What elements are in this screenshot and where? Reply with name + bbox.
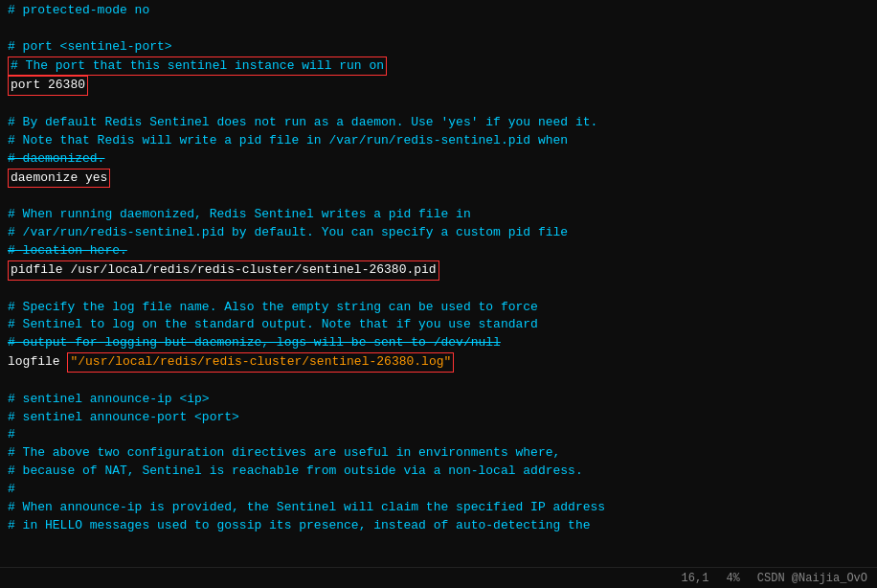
line-1: # protected-mode no bbox=[8, 2, 869, 20]
line-6 bbox=[8, 96, 869, 114]
line-25: # The above two configuration directives… bbox=[8, 444, 869, 463]
line-3: # port <sentinel-port> bbox=[8, 38, 869, 57]
cursor-position: 16,1 bbox=[682, 572, 709, 585]
line-9: # daemonized. bbox=[8, 150, 869, 169]
line-23: # sentinel announce-port <port> bbox=[8, 409, 869, 427]
status-right: 16,1 4% CSDN @Naijia_OvO bbox=[682, 572, 867, 585]
line-17: # Specify the log file name. Also the em… bbox=[8, 299, 869, 317]
line-5: port 26380 bbox=[8, 76, 869, 96]
line-10: daemonize yes bbox=[8, 169, 869, 189]
line-21 bbox=[8, 373, 869, 391]
line-16 bbox=[8, 281, 869, 299]
line-11 bbox=[8, 188, 869, 206]
branding: CSDN @Naijia_OvO bbox=[757, 572, 867, 585]
line-13: # /var/run/redis-sentinel.pid by default… bbox=[8, 224, 869, 242]
editor-area: # protected-mode no # port <sentinel-por… bbox=[0, 0, 877, 565]
line-18: # Sentinel to log on the standard output… bbox=[8, 316, 869, 334]
status-bar: 16,1 4% CSDN @Naijia_OvO bbox=[0, 567, 877, 588]
line-24: # bbox=[8, 426, 869, 444]
line-7: # By default Redis Sentinel does not run… bbox=[8, 114, 869, 132]
line-8: # Note that Redis will write a pid file … bbox=[8, 132, 869, 150]
highlight-pidfile: pidfile /usr/local/redis/redis-cluster/s… bbox=[8, 260, 439, 281]
line-12: # When running daemonized, Redis Sentine… bbox=[8, 206, 869, 224]
highlight-daemonize: daemonize yes bbox=[8, 169, 110, 189]
line-14: # location here. bbox=[8, 242, 869, 260]
line-19: # output for logging but daemonize, logs… bbox=[8, 334, 869, 352]
line-15: pidfile /usr/local/redis/redis-cluster/s… bbox=[8, 260, 869, 281]
line-28: # When announce-ip is provided, the Sent… bbox=[8, 499, 869, 517]
line-4: # The port that this sentinel instance w… bbox=[8, 57, 869, 77]
highlight-logfile: "/usr/local/redis/redis-cluster/sentinel… bbox=[67, 352, 454, 373]
line-29: # in HELLO messages used to gossip its p… bbox=[8, 517, 869, 535]
scroll-percent: 4% bbox=[726, 572, 739, 585]
line-2 bbox=[8, 20, 869, 38]
highlight-port-value: port 26380 bbox=[8, 76, 88, 96]
line-26: # because of NAT, Sentinel is reachable … bbox=[8, 463, 869, 481]
line-22: # sentinel announce-ip <ip> bbox=[8, 391, 869, 409]
highlight-port-comment: # The port that this sentinel instance w… bbox=[8, 57, 387, 77]
line-20: logfile "/usr/local/redis/redis-cluster/… bbox=[8, 352, 869, 373]
line-27: # bbox=[8, 481, 869, 499]
